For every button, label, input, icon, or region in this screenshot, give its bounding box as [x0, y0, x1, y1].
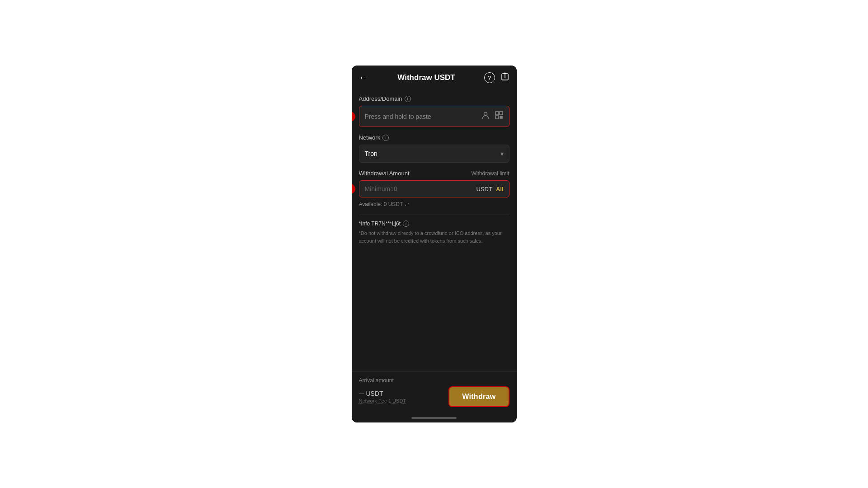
withdrawal-amount-label: Withdrawal Amount [359, 170, 410, 177]
network-dropdown[interactable]: Tron ▾ [359, 145, 509, 163]
arrival-currency: USDT [366, 390, 383, 397]
annotation-9: 9 [352, 184, 355, 194]
info-detail-icon[interactable]: i [403, 221, 409, 227]
address-input-field[interactable]: Press and hold to paste [359, 106, 509, 127]
arrival-row: — USDT Network Fee 1 USDT 10 Withdraw [359, 386, 509, 407]
back-button[interactable]: ← [359, 72, 369, 84]
network-fee: Network Fee 1 USDT [359, 398, 406, 404]
divider [359, 215, 509, 215]
withdrawal-limit-text: Withdrawal limit [471, 170, 509, 177]
info-title: *Info TR7N***Lj6t i [359, 221, 509, 227]
share-icon[interactable] [500, 72, 509, 84]
main-content: Address/Domain i 8 Press and hold to pas… [352, 90, 517, 371]
address-info-icon[interactable]: i [405, 96, 411, 102]
info-section: *Info TR7N***Lj6t i *Do not withdraw dir… [359, 221, 509, 244]
address-placeholder: Press and hold to paste [365, 113, 481, 120]
network-label: Network i [359, 134, 509, 141]
svg-rect-7 [501, 116, 502, 117]
home-bar [411, 417, 457, 419]
amount-right-controls: USDT All [476, 186, 503, 192]
svg-rect-9 [501, 117, 502, 118]
amount-input-field[interactable]: Minimum10 USDT All [359, 180, 509, 197]
svg-rect-5 [495, 116, 499, 119]
app-header: ← Withdraw USDT ? [352, 66, 517, 90]
arrival-label: Arrival amount [359, 377, 509, 384]
chevron-down-icon: ▾ [500, 150, 504, 157]
currency-label: USDT [476, 186, 492, 192]
withdraw-button[interactable]: Withdraw [448, 386, 509, 407]
amount-placeholder: Minimum10 [365, 185, 476, 192]
svg-rect-8 [500, 117, 501, 118]
arrival-details: — USDT Network Fee 1 USDT [359, 390, 406, 404]
annotation-8: 8 [352, 112, 355, 122]
home-indicator [352, 413, 517, 422]
bottom-bar: Arrival amount — USDT Network Fee 1 USDT… [352, 371, 517, 413]
all-button[interactable]: All [496, 186, 504, 192]
network-info-icon[interactable]: i [382, 135, 389, 141]
withdrawal-amount-header: Withdrawal Amount Withdrawal limit [359, 170, 509, 177]
svg-rect-3 [495, 112, 499, 115]
swap-icon[interactable]: ⇌ [405, 201, 409, 207]
arrival-amount: — USDT [359, 390, 406, 397]
page-title: Withdraw USDT [397, 73, 455, 82]
svg-rect-4 [500, 112, 503, 115]
network-value: Tron [365, 150, 377, 157]
svg-rect-6 [500, 116, 501, 117]
address-label: Address/Domain i [359, 95, 509, 102]
contact-icon[interactable] [481, 111, 490, 122]
dash-icon: — [359, 390, 364, 397]
qr-scan-icon[interactable] [495, 111, 504, 122]
help-icon[interactable]: ? [484, 72, 495, 83]
header-action-icons: ? [484, 72, 509, 84]
available-balance: Available: 0 USDT ⇌ [359, 201, 509, 207]
address-action-icons [481, 111, 504, 122]
info-description: *Do not withdraw directly to a crowdfund… [359, 230, 509, 244]
svg-point-2 [484, 113, 487, 116]
